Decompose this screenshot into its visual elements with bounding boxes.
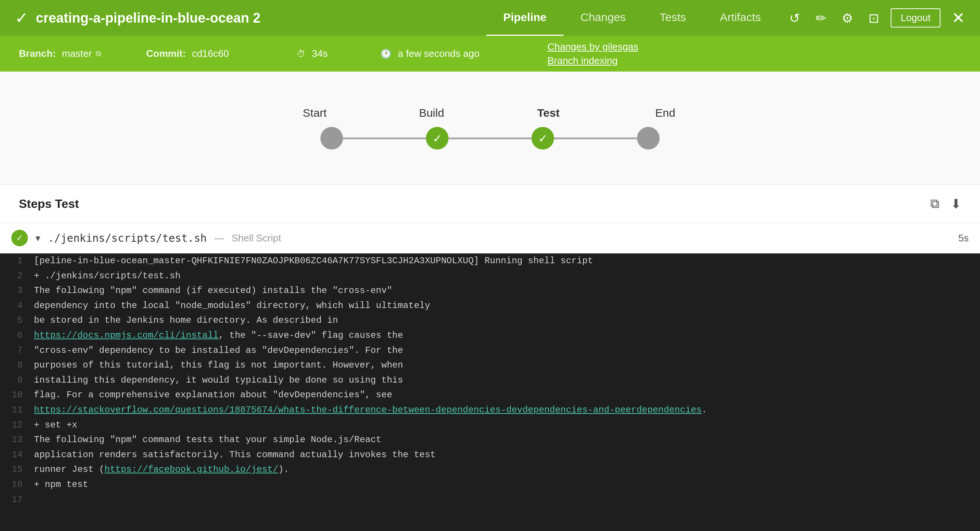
script-separator: — [214, 232, 224, 244]
log-line-number: 17 [0, 492, 30, 507]
log-line-text: + ./jenkins/scripts/test.sh [30, 268, 184, 284]
steps-panel: Steps Test ⧉ ⬇ ✓ ▾ ./jenkins/scripts/tes… [0, 184, 980, 531]
log-line-number: 13 [0, 432, 30, 447]
log-line-text: https://stackoverflow.com/questions/1887… [30, 403, 711, 418]
log-line: 11https://stackoverflow.com/questions/18… [0, 403, 980, 418]
pipeline-title: creating-a-pipeline-in-blue-ocean 2 [36, 10, 261, 26]
stage-label-build: Build [415, 106, 449, 119]
branch-label: Branch: [19, 48, 56, 60]
jest-link[interactable]: https://facebook.github.io/jest/ [104, 464, 278, 474]
log-line-number: 5 [0, 313, 30, 328]
script-name: ./jenkins/scripts/test.sh [48, 232, 207, 244]
replay-icon[interactable]: ↺ [785, 9, 804, 27]
log-line-number: 12 [0, 418, 30, 433]
log-line: 14application renders satisfactorily. Th… [0, 447, 980, 463]
changes-group: Changes by gilesgas Branch indexing [547, 41, 638, 67]
nav-item-tests[interactable]: Tests [643, 0, 703, 36]
nav-item-pipeline[interactable]: Pipeline [486, 0, 563, 36]
log-line-text: installing this dependency, it would typ… [30, 373, 407, 388]
stage-node-build[interactable]: ✓ [426, 127, 449, 149]
test-check-icon: ✓ [538, 132, 548, 145]
top-bar-left: ✓ creating-a-pipeline-in-blue-ocean 2 [15, 9, 486, 27]
log-line: 6https://docs.npmjs.com/cli/install, the… [0, 328, 980, 343]
connector-2 [449, 138, 531, 139]
stage-node-test[interactable]: ✓ [531, 127, 554, 149]
branch-indexing-link[interactable]: Branch indexing [547, 55, 638, 67]
log-line: 12+ set +x [0, 418, 980, 433]
log-line-text: [peline-in-blue-ocean_master-QHFKIFNIE7F… [30, 254, 597, 268]
log-line-number: 15 [0, 462, 30, 477]
stage-label-test: Test [531, 106, 565, 119]
log-line: 17 [0, 492, 980, 507]
script-toggle[interactable]: ▾ [35, 232, 40, 244]
connector-1 [343, 138, 426, 139]
time-value: a few seconds ago [398, 48, 479, 60]
edit-icon[interactable]: ✏ [811, 9, 830, 27]
log-line: 10flag. For a comprehensive explanation … [0, 388, 980, 403]
log-area[interactable]: 1[peline-in-blue-ocean_master-QHFKIFNIE7… [0, 254, 980, 531]
stage-labels-row: Start Build Test End [298, 106, 682, 119]
log-line: 1[peline-in-blue-ocean_master-QHFKIFNIE7… [0, 254, 980, 268]
log-line-text: + set +x [30, 418, 81, 433]
log-line: 15runner Jest (https://facebook.github.i… [0, 462, 980, 477]
pipeline-area: Start Build Test End ✓ ✓ [0, 71, 980, 184]
log-line-text: dependency into the local "node_modules"… [30, 298, 434, 313]
time-group: 🕐 a few seconds ago [380, 48, 479, 60]
external-link-icon[interactable]: ⧉ [96, 49, 101, 58]
user-icon[interactable]: ⊡ [864, 9, 883, 27]
log-line: 3The following "npm" command (if execute… [0, 283, 980, 298]
script-status-icon: ✓ [11, 230, 28, 246]
top-bar-nav: Pipeline Changes Tests Artifacts [486, 0, 778, 36]
duration-icon: ⏱ [297, 49, 306, 59]
stage-diagram: Start Build Test End ✓ ✓ [298, 106, 682, 149]
steps-actions: ⧉ ⬇ [930, 196, 961, 211]
log-line-text: purposes of this tutorial, this flag is … [30, 358, 407, 373]
log-line-number: 1 [0, 254, 30, 268]
log-line-number: 4 [0, 298, 30, 313]
log-line: 9installing this dependency, it would ty… [0, 373, 980, 388]
stage-node-start[interactable] [320, 127, 343, 149]
log-line-text: "cross-env" dependency to be installed a… [30, 343, 407, 358]
log-line-text: The following "npm" command (if executed… [30, 283, 396, 298]
commit-label: Commit: [146, 48, 186, 60]
commit-group: Commit: cd16c60 [146, 48, 229, 60]
connector-3 [554, 138, 637, 139]
log-line-text: The following "npm" command tests that y… [30, 432, 385, 447]
nav-item-artifacts[interactable]: Artifacts [703, 0, 778, 36]
log-line: 7"cross-env" dependency to be installed … [0, 343, 980, 358]
stackoverflow-link[interactable]: https://stackoverflow.com/questions/1887… [34, 405, 702, 415]
log-line-number: 10 [0, 388, 30, 403]
duration-value: 34s [312, 48, 328, 60]
log-line-number: 8 [0, 358, 30, 373]
top-bar: ✓ creating-a-pipeline-in-blue-ocean 2 Pi… [0, 0, 980, 36]
log-line-text: + npm test [30, 477, 92, 492]
branch-group: Branch: master ⧉ [19, 48, 101, 60]
nav-item-changes[interactable]: Changes [563, 0, 643, 36]
log-line: 5be stored in the Jenkins home directory… [0, 313, 980, 328]
log-line: 4dependency into the local "node_modules… [0, 298, 980, 313]
log-line-text: https://docs.npmjs.com/cli/install, the … [30, 328, 407, 343]
log-line-number: 6 [0, 328, 30, 343]
changes-by-link[interactable]: Changes by gilesgas [547, 41, 638, 53]
script-type: Shell Script [231, 232, 281, 244]
stage-node-end[interactable] [637, 127, 660, 149]
settings-icon[interactable]: ⚙ [838, 9, 857, 27]
logout-button[interactable]: Logout [891, 8, 940, 27]
log-line-number: 3 [0, 283, 30, 298]
stage-label-end: End [648, 106, 682, 119]
log-line-number: 7 [0, 343, 30, 358]
npm-docs-link[interactable]: https://docs.npmjs.com/cli/install [34, 330, 219, 341]
log-line-number: 16 [0, 477, 30, 492]
time-icon: 🕐 [380, 49, 391, 59]
close-icon[interactable]: ✕ [952, 9, 965, 27]
log-line-number: 9 [0, 373, 30, 388]
open-external-icon[interactable]: ⧉ [930, 196, 939, 211]
log-line: 2+ ./jenkins/scripts/test.sh [0, 268, 980, 284]
log-line-number: 11 [0, 403, 30, 418]
steps-title: Steps Test [19, 197, 79, 211]
log-line-number: 2 [0, 268, 30, 284]
top-bar-actions: ↺ ✏ ⚙ ⊡ Logout ✕ [785, 8, 965, 27]
stage-label-start: Start [298, 106, 332, 119]
info-bar: Branch: master ⧉ Commit: cd16c60 ⏱ 34s 🕐… [0, 36, 980, 71]
download-icon[interactable]: ⬇ [951, 196, 961, 211]
